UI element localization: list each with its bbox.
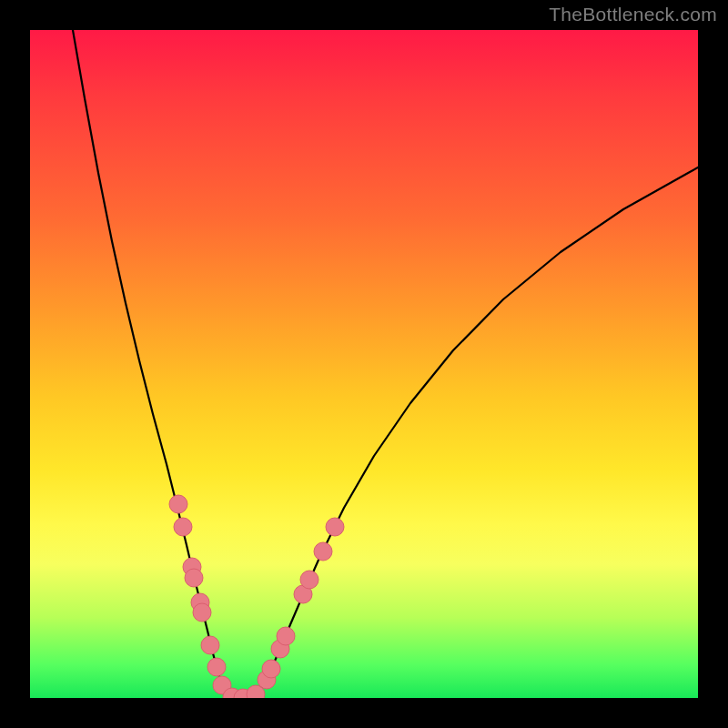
marker-dot: [326, 518, 344, 536]
marker-dot: [314, 542, 332, 561]
outer-frame: TheBottleneck.com: [0, 0, 728, 728]
watermark-text: TheBottleneck.com: [549, 4, 717, 25]
bottleneck-curve: [73, 30, 698, 698]
chart-svg: [30, 30, 698, 698]
curve-path: [73, 30, 698, 698]
marker-dot: [300, 571, 318, 589]
marker-dot: [277, 627, 295, 645]
marker-dot: [174, 518, 192, 536]
marker-dot: [185, 569, 203, 587]
marker-dot: [193, 603, 211, 622]
marker-dots: [169, 495, 344, 698]
marker-dot: [169, 495, 187, 513]
marker-dot: [262, 660, 280, 678]
marker-dot: [201, 636, 219, 654]
marker-dot: [207, 658, 226, 676]
chart-canvas: [30, 30, 698, 698]
